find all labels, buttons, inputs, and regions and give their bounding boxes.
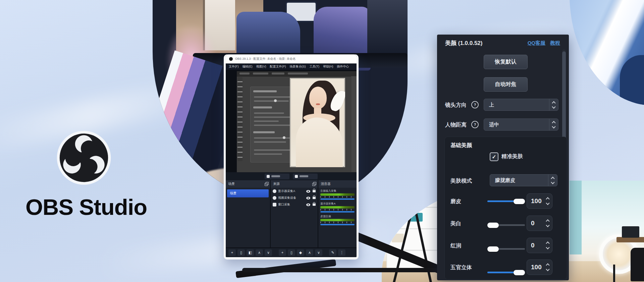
camera-direction-select[interactable]: 上	[484, 99, 558, 111]
dock-popout-icon[interactable]	[265, 183, 268, 186]
remove-scene-button[interactable]: ▯	[237, 249, 245, 256]
menu-edit[interactable]: 编辑(E)	[243, 64, 253, 69]
shelf-line	[388, 207, 437, 208]
scenes-dock-header: 场景	[226, 180, 270, 188]
volume-slider[interactable]	[320, 224, 355, 225]
studio-desk	[616, 237, 644, 242]
skin-mode-select[interactable]: 朦胧磨皮	[490, 174, 557, 186]
ps-panel-knob	[274, 99, 277, 102]
menu-help[interactable]: 帮助(H)	[323, 64, 333, 69]
mixer-dock: 混音器 音频输入采集 显示器采集A 桌面音频	[318, 180, 357, 247]
ps-panel-row	[254, 125, 290, 126]
ps-panel-row	[254, 137, 291, 139]
mixer-dock-header: 混音器	[318, 180, 357, 188]
ps-panel-row	[254, 100, 289, 102]
dock-popout-icon[interactable]	[312, 183, 315, 186]
menu-profile[interactable]: 配置文件(P)	[270, 64, 286, 69]
rosy-value-box[interactable]: 0	[527, 238, 552, 253]
visibility-eye-icon[interactable]	[306, 197, 310, 199]
tutorial-link[interactable]: 教程	[550, 40, 560, 46]
teal-wall-strip	[570, 181, 582, 254]
whitening-slider[interactable]	[487, 224, 525, 226]
volume-slider[interactable]	[320, 198, 355, 200]
audio-meter	[320, 206, 355, 208]
menu-file[interactable]: 文件(F)	[229, 64, 239, 69]
rosy-value: 0	[531, 242, 535, 249]
obs-app-name: OBS Studio	[25, 194, 180, 220]
filters-button[interactable]: ◧	[247, 249, 254, 256]
spinner-arrows[interactable]	[549, 99, 558, 110]
spinner-arrows[interactable]	[546, 197, 549, 205]
audio-meter	[320, 219, 355, 221]
monitor-stand-base	[242, 268, 442, 272]
lock-icon[interactable]	[313, 197, 316, 199]
skin-mode-value: 朦胧磨皮	[490, 175, 548, 186]
chevron-down-icon	[546, 223, 549, 227]
scene-item-selected[interactable]: 场景	[227, 189, 269, 197]
person-distance-value: 适中	[484, 119, 549, 130]
slider-handle[interactable]	[487, 246, 499, 252]
chevron-up-icon	[552, 121, 555, 125]
spinner-arrows[interactable]	[546, 241, 549, 249]
mixer-dock-title: 混音器	[321, 182, 331, 186]
help-icon[interactable]: ?	[471, 121, 479, 128]
person-distance-select[interactable]: 适中	[484, 119, 558, 131]
move-down-button[interactable]: ∨	[265, 249, 272, 256]
meter-ticks	[320, 196, 355, 198]
spinner-arrows[interactable]	[548, 175, 557, 186]
source-down-button[interactable]: ∨	[315, 249, 322, 256]
beauty-plugin-panel: 美颜 (1.0.0.52) QQ客服 教程 恢复默认 自动对焦 镜头方向 ? 上…	[437, 35, 569, 280]
source-row[interactable]: 视频采集设备	[271, 194, 318, 201]
whitening-value-box[interactable]: 0	[527, 216, 552, 231]
precise-skin-checkbox[interactable]: ✓	[490, 152, 498, 161]
audio-meter	[320, 193, 355, 196]
slider-handle[interactable]	[514, 270, 525, 275]
chevron-down-icon	[546, 245, 549, 249]
menu-plugin-center[interactable]: 插件中心	[337, 64, 349, 69]
status-chip[interactable]	[265, 174, 289, 179]
volume-slider[interactable]	[320, 211, 355, 213]
add-scene-button[interactable]: +	[228, 249, 236, 256]
spinner-arrows[interactable]	[546, 263, 549, 271]
smoothing-slider[interactable]	[487, 200, 525, 202]
lock-icon[interactable]	[313, 203, 316, 206]
source-name: 视频采集设备	[278, 196, 305, 200]
source-up-button[interactable]: ∧	[306, 249, 313, 256]
slider-handle[interactable]	[514, 199, 525, 204]
spinner-arrows[interactable]	[546, 219, 549, 227]
source-row[interactable]: 窗口采集	[271, 201, 318, 208]
status-chip[interactable]	[293, 174, 318, 179]
chevron-up-icon	[552, 101, 555, 105]
help-icon[interactable]: ?	[471, 101, 479, 108]
face-3d-value-box[interactable]: 100	[527, 260, 552, 275]
mixer-config-button[interactable]: ✎	[329, 249, 336, 256]
add-source-button[interactable]: +	[279, 249, 286, 256]
chevron-down-icon	[552, 125, 555, 128]
remove-source-button[interactable]: ▯	[288, 249, 295, 256]
visibility-eye-icon[interactable]	[306, 203, 310, 206]
page: { "branding": { "app_name": "OBS Studio"…	[0, 0, 644, 282]
move-up-button[interactable]: ∧	[256, 249, 263, 256]
mixer-menu-button[interactable]: ⋮	[338, 249, 345, 256]
rosy-slider[interactable]	[487, 248, 525, 250]
autofocus-button[interactable]: 自动对焦	[484, 77, 528, 92]
visibility-eye-icon[interactable]	[306, 190, 310, 193]
slider-handle[interactable]	[487, 223, 499, 228]
spinner-arrows[interactable]	[549, 119, 558, 130]
chevron-up-icon	[551, 177, 554, 180]
chevron-down-icon	[551, 180, 554, 184]
menu-tools[interactable]: 工具(T)	[310, 64, 320, 69]
menu-view[interactable]: 视图(V)	[256, 64, 266, 69]
source-properties-button[interactable]: ◆	[297, 249, 304, 256]
lock-icon[interactable]	[313, 190, 316, 192]
menu-scene-collection[interactable]: 场景集合(S)	[290, 64, 306, 69]
source-row[interactable]: 显示器采集A	[271, 188, 318, 194]
face-3d-slider[interactable]	[487, 272, 525, 273]
mixer-channel: 桌面音频	[318, 213, 357, 226]
chip-text-shape	[271, 175, 280, 177]
smoothing-value-box[interactable]: 100	[527, 193, 552, 209]
chevron-up-icon	[546, 197, 549, 201]
video-device-icon	[273, 196, 276, 200]
restore-defaults-button[interactable]: 恢复默认	[484, 55, 528, 69]
qq-support-link[interactable]: QQ客服	[528, 40, 545, 46]
